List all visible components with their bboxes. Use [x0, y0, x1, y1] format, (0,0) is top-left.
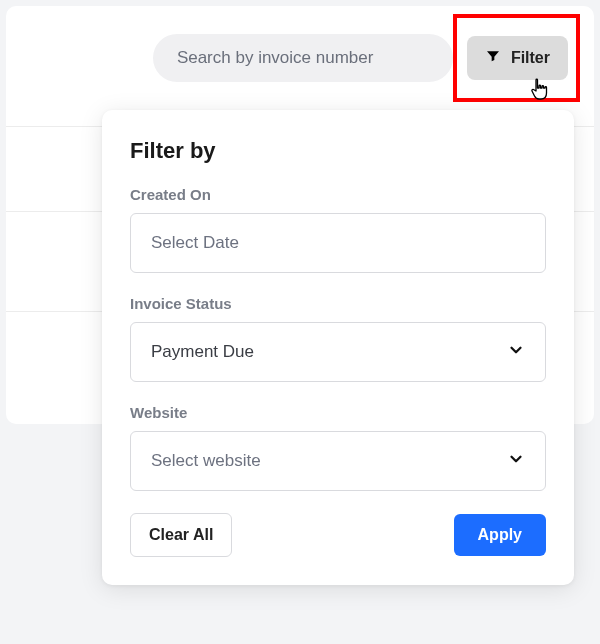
website-label: Website	[130, 404, 546, 421]
apply-button[interactable]: Apply	[454, 514, 546, 556]
invoice-status-value: Payment Due	[151, 342, 254, 362]
filter-footer: Clear All Apply	[130, 513, 546, 557]
search-input[interactable]	[177, 48, 429, 68]
filter-popover-title: Filter by	[130, 138, 546, 164]
created-on-value: Select Date	[151, 233, 239, 253]
filter-button-label: Filter	[511, 49, 550, 67]
filter-popover: Filter by Created On Select Date Invoice…	[102, 110, 574, 585]
filter-group-website: Website Select website	[130, 404, 546, 491]
created-on-label: Created On	[130, 186, 546, 203]
chevron-down-icon	[507, 341, 525, 364]
filter-group-invoice-status: Invoice Status Payment Due	[130, 295, 546, 382]
invoice-card: Filter Filter by Created On Select Date	[6, 6, 594, 424]
toolbar: Filter	[6, 6, 594, 82]
invoice-status-field[interactable]: Payment Due	[130, 322, 546, 382]
cursor-pointer-icon	[529, 78, 551, 106]
website-value: Select website	[151, 451, 261, 471]
search-input-wrapper[interactable]	[153, 34, 453, 82]
invoice-status-label: Invoice Status	[130, 295, 546, 312]
clear-all-button[interactable]: Clear All	[130, 513, 232, 557]
website-field[interactable]: Select website	[130, 431, 546, 491]
filter-group-created-on: Created On Select Date	[130, 186, 546, 273]
filter-button[interactable]: Filter	[467, 36, 568, 80]
chevron-down-icon	[507, 450, 525, 473]
filter-icon	[485, 48, 501, 68]
created-on-field[interactable]: Select Date	[130, 213, 546, 273]
